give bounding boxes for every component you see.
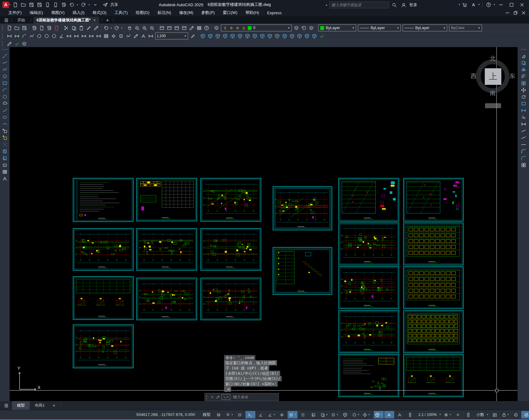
dim-break-button[interactable]: [95, 33, 102, 39]
annotation-visibility-toggle[interactable]: [384, 411, 394, 418]
menu-item-5[interactable]: 格式(O): [89, 9, 111, 16]
navigation-compass[interactable]: 上 北 南 东 西: [473, 55, 513, 97]
toolbar-grip[interactable]: [2, 49, 7, 51]
store-cart-icon[interactable]: [461, 1, 469, 8]
object-snap-toggle[interactable]: ▾: [288, 411, 298, 418]
layer-thaw-sun-icon[interactable]: [229, 26, 234, 30]
dim-tolerance-button[interactable]: [102, 33, 110, 39]
graphics-performance-toggle[interactable]: [521, 411, 529, 418]
hatch-button[interactable]: [1, 148, 9, 155]
color-combo[interactable]: ByLayer ▼: [318, 24, 356, 31]
plotstyle-combo-caret-icon[interactable]: ▼: [477, 25, 482, 31]
annotation-autoscale-toggle[interactable]: [395, 411, 405, 418]
tab-model[interactable]: 模型: [12, 401, 30, 410]
dim-linear-button[interactable]: [6, 33, 13, 39]
menu-item-12[interactable]: 帮助(H): [241, 9, 263, 16]
selection-cycling-toggle-dropdown-icon[interactable]: ▾: [326, 413, 328, 416]
zoom-window-button[interactable]: [141, 24, 148, 31]
solid-subtract-button[interactable]: [206, 33, 214, 39]
solid-check-button[interactable]: [318, 33, 325, 39]
qat-new-button[interactable]: [11, 1, 19, 8]
compass-west-label[interactable]: 西: [469, 72, 478, 80]
tab-menu-icon[interactable]: [4, 18, 9, 23]
infer-constraints-toggle[interactable]: [235, 411, 245, 418]
solid-copy-faces-button[interactable]: [266, 33, 273, 39]
solid-color-faces-button[interactable]: [273, 33, 281, 39]
ui-lock-toggle[interactable]: ▾: [500, 411, 510, 418]
designcenter-button[interactable]: [165, 24, 173, 31]
break-at-point-button[interactable]: [520, 127, 528, 134]
qat-redo-button[interactable]: [80, 1, 87, 8]
linetype-combo-caret-icon[interactable]: ▼: [395, 25, 400, 31]
dynamic-input-toggle[interactable]: [245, 411, 255, 418]
move-button[interactable]: [520, 86, 528, 93]
tab-active-document[interactable]: 6层框架教学楼建筑结构施工图* ✕: [33, 17, 99, 24]
qat-undo-button-dropdown-icon[interactable]: ▾: [76, 1, 79, 8]
draw-polyline-button[interactable]: [1, 66, 9, 73]
qat-saveas-button[interactable]: [36, 1, 43, 8]
draw-revcloud-button[interactable]: [1, 100, 9, 107]
linetype-combo[interactable]: ByLayer ▼: [358, 24, 401, 31]
command-wrench-icon[interactable]: [215, 394, 221, 400]
qat-save-button[interactable]: [28, 1, 35, 8]
annotation-scale-value[interactable]: 1:1 / 100%▾: [416, 411, 442, 418]
new-layout-button[interactable]: +: [50, 403, 58, 408]
layer-unlock-icon[interactable]: [241, 26, 246, 30]
qat-customize-button[interactable]: [91, 1, 99, 8]
trim-button[interactable]: [520, 114, 528, 121]
compass-east-label[interactable]: 东: [508, 72, 517, 80]
isolate-objects-toggle[interactable]: [511, 411, 521, 418]
dim-arclength-button[interactable]: [20, 33, 28, 39]
draw-point-button[interactable]: [1, 141, 9, 148]
search-expand-icon[interactable]: ▸: [326, 4, 328, 7]
annotation-monitor-button[interactable]: [453, 411, 463, 418]
copy-button[interactable]: [520, 59, 528, 66]
mirror-button[interactable]: [520, 66, 528, 73]
save-button[interactable]: [20, 24, 28, 31]
command-prompt-icon[interactable]: ▼: [222, 394, 230, 400]
app-close-button[interactable]: [517, 1, 527, 8]
dimstyle-combo[interactable]: L100 ▼: [155, 33, 188, 39]
model-space-button[interactable]: 模型: [201, 411, 213, 418]
menu-item-4[interactable]: 插入(I): [68, 9, 88, 16]
undo-button[interactable]: [102, 24, 110, 31]
dimstyle-apply-button[interactable]: [189, 33, 196, 39]
dim-textedit-button[interactable]: [139, 33, 147, 39]
mtext-button[interactable]: [1, 175, 9, 182]
explode-button[interactable]: [520, 161, 528, 168]
menu-item-9[interactable]: 修改(M): [175, 9, 197, 16]
layer-on-bulb-icon[interactable]: [223, 26, 227, 30]
dim-aligned-button[interactable]: [13, 33, 20, 39]
insert-block-button[interactable]: [1, 127, 9, 134]
erase-button[interactable]: [520, 52, 528, 59]
solid-offset-faces-button[interactable]: [236, 33, 244, 39]
draw-xline-button[interactable]: [1, 59, 9, 66]
search-input[interactable]: 键入关键字或短语: [329, 2, 389, 8]
app-minimize-button[interactable]: [496, 1, 505, 8]
draw-arc-button[interactable]: [1, 86, 9, 93]
tool-palettes-button[interactable]: [173, 24, 180, 31]
scale-button[interactable]: [520, 100, 528, 107]
match-properties-button[interactable]: [85, 24, 92, 31]
block-editor-button[interactable]: [92, 24, 100, 31]
snap-toggle-dropdown-icon[interactable]: ▾: [231, 413, 233, 416]
rotate-button[interactable]: [520, 93, 528, 100]
ortho-toggle[interactable]: [256, 411, 266, 418]
dynamic-ucs-toggle[interactable]: [340, 411, 350, 418]
fillet-button[interactable]: [520, 155, 528, 161]
units-icon[interactable]: [463, 411, 473, 418]
drawing-canvas[interactable]: 上 北 南 东 西 WCS▼ Y X 命令: '_.zoom指定窗口的角点，输入…: [10, 47, 518, 401]
qat-open-button[interactable]: [20, 1, 27, 8]
layer-properties-button[interactable]: [213, 24, 220, 31]
toolbar-grip[interactable]: [521, 49, 526, 51]
draw-polygon-button[interactable]: [1, 73, 9, 80]
copy-clip-button[interactable]: [70, 24, 77, 31]
stretch-button[interactable]: [520, 107, 528, 114]
menu-item-7[interactable]: 绘图(D): [132, 9, 153, 16]
make-layer-current-button[interactable]: [293, 24, 300, 31]
command-line[interactable]: ▼ 键入命令: [205, 393, 279, 401]
tab-layout1[interactable]: 布局1: [30, 401, 50, 410]
help-icon[interactable]: [485, 1, 492, 8]
ui-lock-toggle-dropdown-icon[interactable]: ▾: [508, 413, 509, 416]
autocad-logo-icon[interactable]: A: [2, 2, 9, 8]
